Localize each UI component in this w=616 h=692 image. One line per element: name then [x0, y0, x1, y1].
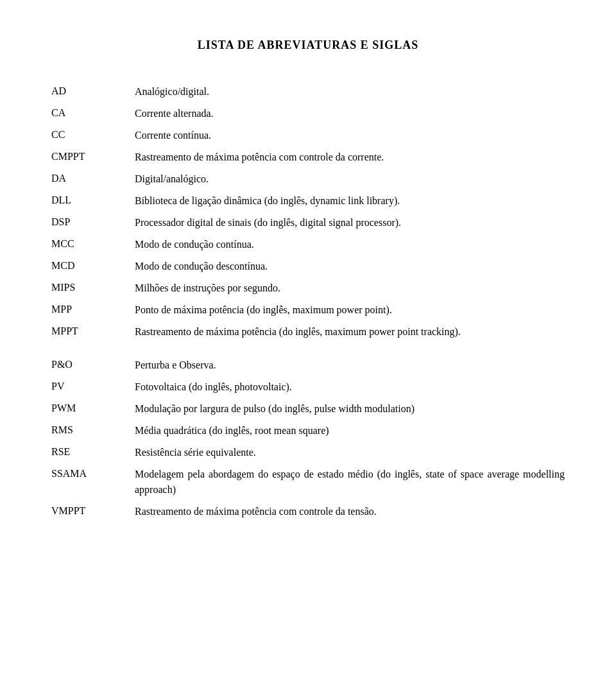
abbreviation-definition: Rastreamento de máxima potência com cont… [135, 504, 565, 519]
abbreviation-term: DSP [51, 215, 135, 228]
abbreviation-term: AD [51, 84, 135, 97]
abbreviation-row: MCCModo de condução contínua. [51, 237, 565, 252]
page-title: LISTA DE ABREVIATURAS E SIGLAS [51, 39, 565, 52]
abbreviation-row: RMSMédia quadrática (do inglês, root mea… [51, 423, 565, 438]
abbreviation-definition: Modulação por largura de pulso (do inglê… [135, 401, 565, 417]
abbreviation-definition: Perturba e Observa. [135, 358, 565, 373]
abbreviation-row: MCDModo de condução descontínua. [51, 259, 565, 274]
abbreviation-definition: Digital/analógico. [135, 171, 565, 187]
abbreviation-row: MPPTRastreamento de máxima potência (do … [51, 324, 565, 340]
abbreviation-row: ADAnalógico/digital. [51, 84, 565, 99]
abbreviation-row: PVFotovoltaica (do inglês, photovoltaic)… [51, 379, 565, 395]
abbreviation-term: CMPPT [51, 150, 135, 162]
abbreviation-term: MCC [51, 237, 135, 250]
abbreviation-definition: Resistência série equivalente. [135, 445, 565, 460]
abbreviation-row: PWMModulação por largura de pulso (do in… [51, 401, 565, 417]
abbreviation-row: DADigital/analógico. [51, 171, 565, 187]
abbreviation-term: CC [51, 128, 135, 141]
abbreviation-list: ADAnalógico/digital.CACorrente alternada… [51, 84, 565, 519]
abbreviation-row: DSPProcessador digital de sinais (do ing… [51, 215, 565, 230]
abbreviation-term: DLL [51, 193, 135, 206]
abbreviation-row: CCCorrente contínua. [51, 128, 565, 143]
abbreviation-definition: Analógico/digital. [135, 84, 565, 99]
abbreviation-row: MIPSMilhões de instruções por segundo. [51, 281, 565, 296]
abbreviation-definition: Biblioteca de ligação dinâmica (do inglê… [135, 193, 565, 209]
abbreviation-row: MPPPonto de máxima potência (do inglês, … [51, 302, 565, 318]
abbreviation-definition: Corrente alternada. [135, 106, 565, 121]
abbreviation-definition: Rastreamento de máxima potência (do ingl… [135, 324, 565, 340]
abbreviation-term: RSE [51, 445, 135, 458]
abbreviation-row: DLLBiblioteca de ligação dinâmica (do in… [51, 193, 565, 209]
abbreviation-row: CACorrente alternada. [51, 106, 565, 121]
abbreviation-row: VMPPTRastreamento de máxima potência com… [51, 504, 565, 519]
abbreviation-term: PV [51, 379, 135, 392]
abbreviation-definition: Modo de condução descontínua. [135, 259, 565, 274]
abbreviation-row: RSEResistência série equivalente. [51, 445, 565, 460]
abbreviation-term: MPP [51, 302, 135, 315]
abbreviation-term: CA [51, 106, 135, 119]
abbreviation-term: VMPPT [51, 504, 135, 517]
abbreviation-definition: Processador digital de sinais (do inglês… [135, 215, 565, 230]
abbreviation-term: RMS [51, 423, 135, 436]
abbreviation-definition: Ponto de máxima potência (do inglês, max… [135, 302, 565, 318]
spacer [51, 346, 565, 358]
abbreviation-term: DA [51, 171, 135, 184]
abbreviation-row: SSAMAModelagem pela abordagem do espaço … [51, 467, 565, 497]
abbreviation-term: MPPT [51, 324, 135, 337]
abbreviation-definition: Modelagem pela abordagem do espaço de es… [135, 467, 565, 497]
abbreviation-term: MIPS [51, 281, 135, 293]
abbreviation-definition: Modo de condução contínua. [135, 237, 565, 252]
abbreviation-row: CMPPTRastreamento de máxima potência com… [51, 150, 565, 165]
abbreviation-row: P&OPerturba e Observa. [51, 358, 565, 373]
abbreviation-definition: Corrente contínua. [135, 128, 565, 143]
abbreviation-term: MCD [51, 259, 135, 272]
abbreviation-definition: Milhões de instruções por segundo. [135, 281, 565, 296]
abbreviation-term: PWM [51, 401, 135, 414]
abbreviation-term: SSAMA [51, 467, 135, 480]
abbreviation-definition: Média quadrática (do inglês, root mean s… [135, 423, 565, 438]
abbreviation-term: P&O [51, 358, 135, 370]
abbreviation-definition: Fotovoltaica (do inglês, photovoltaic). [135, 379, 565, 395]
abbreviation-definition: Rastreamento de máxima potência com cont… [135, 150, 565, 165]
